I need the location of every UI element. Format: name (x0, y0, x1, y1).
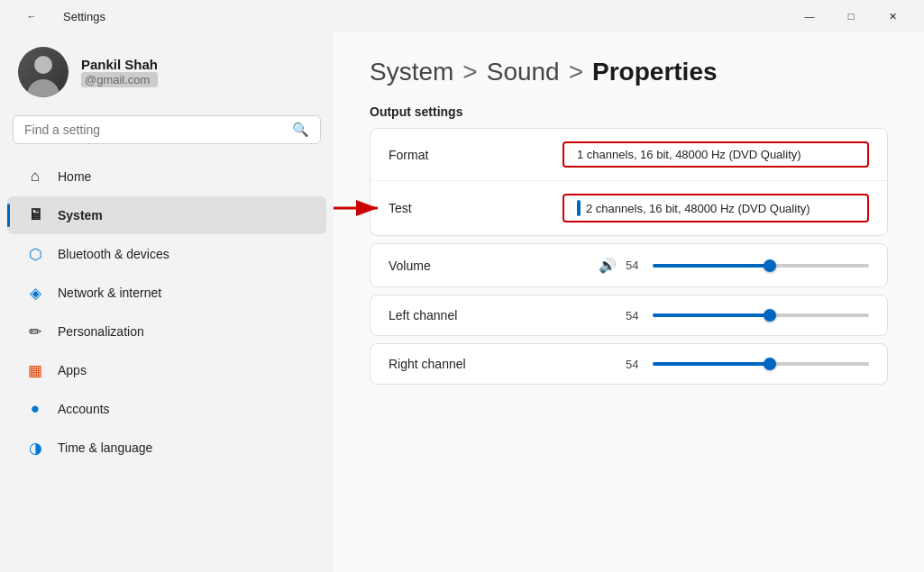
home-icon: ⌂ (25, 167, 45, 186)
sidebar-item-accounts-label: Accounts (58, 402, 110, 416)
user-info: Pankil Shah @gmail.com (81, 57, 158, 87)
breadcrumb-sep2: > (569, 58, 583, 86)
minimize-button[interactable]: — (789, 2, 830, 31)
system-icon: 🖥 (25, 205, 45, 225)
titlebar-controls: — □ ✕ (789, 2, 913, 31)
sidebar-item-bluetooth-label: Bluetooth & devices (58, 247, 169, 261)
test-label: Test (389, 201, 479, 215)
right-channel-slider[interactable] (653, 362, 869, 366)
red-arrow-svg (334, 195, 389, 222)
personalization-icon: ✏ (25, 322, 45, 341)
breadcrumb-sep1: > (462, 58, 477, 86)
network-icon: ◈ (25, 283, 45, 303)
search-input[interactable] (24, 123, 285, 137)
sidebar-item-accounts[interactable]: ● Accounts (7, 390, 326, 428)
titlebar-left: ← Settings (11, 2, 105, 31)
bluetooth-icon: ⬡ (25, 244, 45, 264)
test-row: Test 2 channels, 16 bit, 48000 Hz (DVD Q… (371, 181, 887, 235)
volume-row: Volume 🔊 54 (371, 244, 887, 286)
sidebar: Pankil Shah @gmail.com 🔍 ⌂ Home 🖥 System… (0, 32, 334, 572)
sidebar-item-personalization[interactable]: ✏ Personalization (7, 313, 326, 350)
content-area: System > Sound > Properties Output setti… (334, 32, 924, 572)
volume-card: Volume 🔊 54 (370, 243, 888, 287)
titlebar: ← Settings — □ ✕ (0, 0, 924, 32)
left-channel-slider[interactable] (653, 313, 869, 317)
avatar (18, 47, 69, 97)
sidebar-item-bluetooth[interactable]: ⬡ Bluetooth & devices (7, 235, 326, 273)
app-title: Settings (63, 10, 105, 23)
breadcrumb: System > Sound > Properties (334, 32, 924, 104)
nav-list: ⌂ Home 🖥 System ⬡ Bluetooth & devices ◈ … (0, 157, 334, 468)
close-button[interactable]: ✕ (872, 2, 913, 31)
right-channel-fill (653, 362, 770, 366)
right-channel-label: Right channel (389, 357, 479, 371)
blue-indicator (577, 200, 581, 216)
left-channel-label: Left channel (389, 308, 479, 322)
section-title: Output settings (370, 104, 888, 119)
format-option1-text: 1 channels, 16 bit, 48000 Hz (DVD Qualit… (577, 148, 801, 161)
app-body: Pankil Shah @gmail.com 🔍 ⌂ Home 🖥 System… (0, 32, 924, 572)
user-name: Pankil Shah (81, 57, 158, 72)
test-value-area: 2 channels, 16 bit, 48000 Hz (DVD Qualit… (479, 194, 869, 222)
search-icon: 🔍 (292, 122, 309, 138)
volume-fill (653, 264, 770, 268)
left-channel-thumb[interactable] (764, 309, 776, 322)
right-channel-value-area: 54 (479, 358, 869, 371)
breadcrumb-system: System (370, 58, 453, 86)
format-option2[interactable]: 2 channels, 16 bit, 48000 Hz (DVD Qualit… (563, 194, 869, 222)
maximize-button[interactable]: □ (830, 2, 872, 31)
volume-value: 54 (626, 259, 644, 272)
sidebar-item-home[interactable]: ⌂ Home (7, 158, 326, 195)
right-channel-row: Right channel 54 (371, 344, 887, 384)
sidebar-item-system[interactable]: 🖥 System (7, 196, 326, 234)
right-channel-value: 54 (626, 358, 644, 371)
volume-thumb[interactable] (764, 259, 776, 272)
search-box[interactable]: 🔍 (13, 115, 321, 144)
sidebar-item-time-label: Time & language (58, 440, 152, 455)
volume-value-area: 🔊 54 (479, 257, 869, 274)
user-email: @gmail.com (81, 72, 158, 87)
time-icon: ◑ (25, 438, 45, 458)
annotation-arrow (334, 195, 389, 222)
sidebar-item-time[interactable]: ◑ Time & language (7, 429, 326, 467)
right-channel-thumb[interactable] (764, 358, 776, 370)
sidebar-item-system-label: System (58, 208, 103, 222)
volume-label: Volume (389, 259, 479, 273)
format-value-area: 1 channels, 16 bit, 48000 Hz (DVD Qualit… (479, 141, 869, 168)
sidebar-item-home-label: Home (58, 169, 91, 184)
right-channel-card: Right channel 54 (370, 343, 888, 385)
format-option1[interactable]: 1 channels, 16 bit, 48000 Hz (DVD Qualit… (563, 141, 869, 168)
accounts-icon: ● (25, 399, 45, 419)
user-profile: Pankil Shah @gmail.com (0, 32, 334, 115)
settings-section: Output settings Format 1 channels, 16 bi… (334, 104, 924, 385)
left-channel-value: 54 (626, 309, 644, 322)
sidebar-item-network[interactable]: ◈ Network & internet (7, 274, 326, 312)
left-channel-value-area: 54 (479, 309, 869, 322)
left-channel-card: Left channel 54 (370, 295, 888, 336)
sidebar-item-network-label: Network & internet (58, 286, 161, 300)
format-option2-text: 2 channels, 16 bit, 48000 Hz (DVD Qualit… (586, 202, 810, 215)
sidebar-item-apps-label: Apps (58, 363, 87, 377)
format-label: Format (389, 148, 479, 162)
format-row: Format 1 channels, 16 bit, 48000 Hz (DVD… (371, 129, 887, 181)
volume-icon: 🔊 (599, 257, 617, 274)
back-button[interactable]: ← (11, 2, 52, 31)
left-channel-row: Left channel 54 (371, 295, 887, 335)
left-channel-fill (653, 313, 770, 317)
apps-icon: ▦ (25, 360, 45, 380)
breadcrumb-properties: Properties (592, 58, 718, 86)
sidebar-item-apps[interactable]: ▦ Apps (7, 351, 326, 389)
sidebar-item-personalization-label: Personalization (58, 324, 144, 339)
format-test-card: Format 1 channels, 16 bit, 48000 Hz (DVD… (370, 128, 888, 236)
volume-slider[interactable] (653, 264, 869, 268)
breadcrumb-sound: Sound (487, 58, 560, 86)
